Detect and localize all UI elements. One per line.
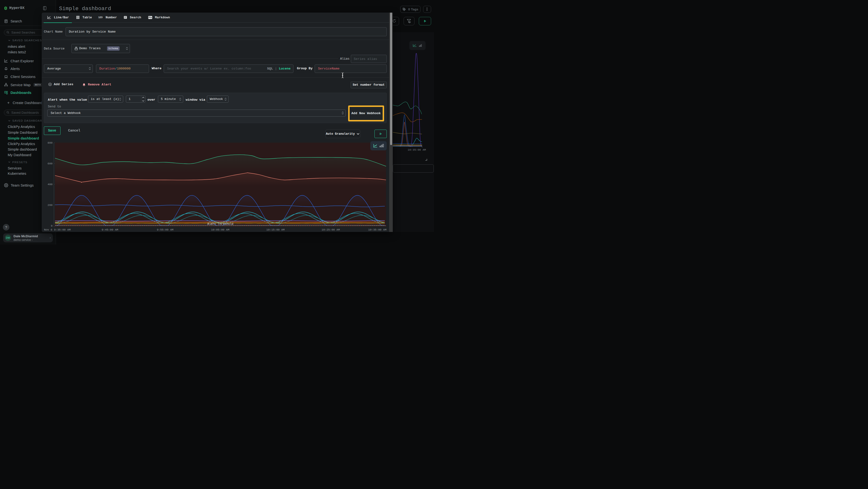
svg-text:Alert Threshold: Alert Threshold [207,222,233,225]
svg-text:10:35:00 AM: 10:35:00 AM [408,148,426,151]
